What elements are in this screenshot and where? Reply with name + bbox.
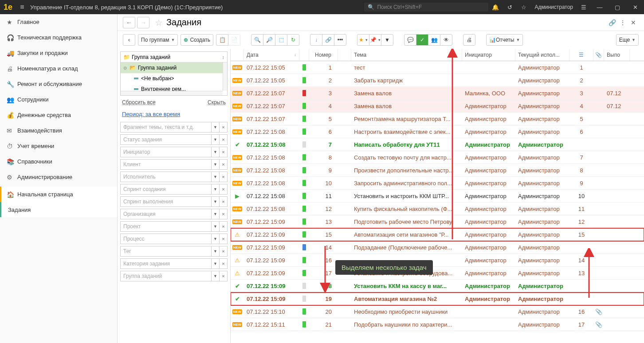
- priority-button[interactable]: ↓: [310, 34, 322, 46]
- filter-input[interactable]: Тег: [120, 246, 212, 257]
- th-clip[interactable]: 📎: [593, 49, 604, 61]
- link-icon[interactable]: 🔗: [607, 19, 617, 26]
- close-button[interactable]: ✕: [626, 4, 644, 11]
- global-search[interactable]: 🔍 Поиск Ctrl+Shift+F: [364, 3, 488, 12]
- table-row[interactable]: NEW 07.12.22 15:09 13 Подготовить рабоче…: [231, 215, 644, 228]
- sidebar-item[interactable]: ✉Взаимодействия: [0, 123, 117, 138]
- close-tab-icon[interactable]: ✕: [628, 19, 639, 26]
- sidebar-item[interactable]: 📚Справочники: [0, 154, 117, 169]
- clear-icon[interactable]: ×: [220, 246, 228, 257]
- maximize-button[interactable]: ▢: [609, 4, 626, 11]
- sidebar-item[interactable]: ⏱Учет времени: [0, 138, 117, 154]
- table-row[interactable]: NEW 07.12.22 15:07 4 Замена валов Админи…: [231, 100, 644, 113]
- filter-input[interactable]: Спринт выполнения: [120, 196, 212, 207]
- table-row[interactable]: NEW 07.12.22 15:08 6 Настроить взаимодей…: [231, 125, 644, 138]
- h-scrollbar[interactable]: [121, 91, 223, 95]
- chevron-down-icon[interactable]: ▼: [212, 122, 220, 133]
- filter-input[interactable]: Фрагмент темы, текста и т.д.: [120, 122, 212, 133]
- clear-icon[interactable]: ×: [220, 184, 228, 195]
- filter-input[interactable]: Спринт создания: [120, 184, 212, 195]
- chevron-down-icon[interactable]: ▼: [212, 134, 220, 145]
- sidebar-item[interactable]: ⚙Администрирование: [0, 169, 117, 185]
- chevron-down-icon[interactable]: ▼: [212, 258, 220, 269]
- chevron-down-icon[interactable]: ▼: [212, 172, 220, 182]
- group-tree[interactable]: 📁 Группа заданий ↕ ⊖ 📂 Группа заданий <Н…: [120, 51, 228, 96]
- comment-button[interactable]: 💬: [404, 34, 416, 46]
- filter-input[interactable]: Исполнитель: [120, 172, 212, 182]
- hamburger-icon[interactable]: ≡: [16, 3, 28, 11]
- flag-button[interactable]: ▼: [381, 34, 393, 46]
- th-theme[interactable]: Тема: [351, 49, 462, 61]
- create-button[interactable]: ⊕Создать: [181, 34, 213, 46]
- table-row[interactable]: NEW 07.12.22 15:10 20 Необходимо приобре…: [231, 305, 644, 318]
- tree-button[interactable]: ⬚: [275, 34, 287, 46]
- options-icon[interactable]: ⋮: [617, 19, 628, 26]
- filter-input[interactable]: Инициатор: [120, 147, 212, 157]
- chevron-down-icon[interactable]: ▼: [212, 271, 220, 281]
- hide-filters-link[interactable]: Скрыть: [208, 99, 226, 105]
- filter-input[interactable]: Процесс: [120, 234, 212, 244]
- th-initiator[interactable]: Инициатор: [462, 49, 515, 61]
- table-row[interactable]: ⚠ 07.12.22 15:09 15 Автоматизация сети м…: [231, 228, 644, 241]
- filter-input[interactable]: Категория задания: [120, 258, 212, 269]
- table-row[interactable]: NEW 07.12.22 15:09 14 Подзадание (Подклю…: [231, 241, 644, 254]
- reports-button[interactable]: 📊 Отчеты▼: [486, 34, 523, 46]
- copy-button[interactable]: 📋: [216, 34, 228, 46]
- pin-button[interactable]: 📌▾: [369, 34, 381, 46]
- more-button[interactable]: Еще▼: [616, 34, 639, 46]
- chevron-down-icon[interactable]: ▼: [212, 184, 220, 195]
- chevron-down-icon[interactable]: ▼: [212, 159, 220, 170]
- th-num[interactable]: Номер: [309, 49, 338, 61]
- search-button[interactable]: 🔍: [251, 34, 263, 46]
- chevron-down-icon[interactable]: ▼: [212, 209, 220, 219]
- delegate-button[interactable]: 👥: [428, 34, 440, 46]
- filter-input[interactable]: Клиент: [120, 159, 212, 170]
- sidebar-item[interactable]: 🖨Номенклатура и склад: [0, 61, 117, 76]
- table-row[interactable]: NEW 07.12.22 15:11 21 Подобрать наушники…: [231, 318, 644, 331]
- clear-icon[interactable]: ×: [220, 134, 228, 145]
- clear-icon[interactable]: ×: [220, 159, 228, 170]
- th-date[interactable]: Дата↓: [244, 49, 299, 61]
- print-button[interactable]: 🖨: [463, 34, 475, 46]
- th-status[interactable]: [299, 49, 309, 61]
- watch-button[interactable]: 👁: [440, 34, 452, 46]
- sidebar-item[interactable]: 💰Денежные средства: [0, 107, 117, 123]
- filter-input[interactable]: Проект: [120, 221, 212, 232]
- table-row[interactable]: ▶ 07.12.22 15:08 11 Установить и настрои…: [231, 190, 644, 203]
- clear-search-button[interactable]: 🔎: [263, 34, 275, 46]
- approve-button[interactable]: ✓: [416, 34, 428, 46]
- minimize-button[interactable]: —: [591, 4, 609, 11]
- table-row[interactable]: NEW 07.12.22 15:08 9 Произвести дополнит…: [231, 164, 644, 177]
- clear-icon[interactable]: ×: [220, 172, 228, 182]
- th-due[interactable]: Выпо: [604, 49, 630, 61]
- th-count[interactable]: ☰: [569, 49, 593, 61]
- reset-filters-link[interactable]: Сбросить все: [122, 99, 156, 105]
- forward-button[interactable]: →: [137, 17, 149, 28]
- clear-icon[interactable]: ×: [220, 258, 228, 269]
- refresh-button[interactable]: ↻: [287, 34, 299, 46]
- tree-root[interactable]: ⊖ 📂 Группа заданий: [121, 62, 227, 73]
- chevron-down-icon[interactable]: ▼: [212, 246, 220, 257]
- table-row[interactable]: NEW 07.12.22 15:07 3 Замена валов Малинк…: [231, 87, 644, 100]
- th-executor[interactable]: Текущий испол...: [515, 49, 569, 61]
- current-user[interactable]: Администратор: [531, 4, 577, 10]
- th-type[interactable]: [338, 49, 351, 61]
- th-icon[interactable]: [231, 49, 244, 61]
- v-scrollbar[interactable]: [223, 62, 227, 91]
- table-row[interactable]: ⚠ 07.12.22 15:09 16 Администратор Админи…: [231, 254, 644, 267]
- history-icon[interactable]: ↺: [503, 4, 517, 11]
- clear-icon[interactable]: ×: [220, 209, 228, 219]
- filter-input[interactable]: Организация: [120, 209, 212, 219]
- collapse-icon[interactable]: ⊖: [123, 66, 130, 70]
- filter-input[interactable]: Статус задания: [120, 134, 212, 145]
- table-row[interactable]: NEW 07.12.22 15:08 12 Купить фискальный …: [231, 203, 644, 215]
- open-tab[interactable]: Задания: [0, 202, 117, 217]
- clear-icon[interactable]: ×: [220, 147, 228, 157]
- bell-icon[interactable]: 🔔: [488, 4, 503, 11]
- open-tab[interactable]: 🏠Начальная страница: [0, 187, 117, 202]
- period-link[interactable]: Период: за все время: [122, 111, 180, 117]
- clear-icon[interactable]: ×: [220, 196, 228, 207]
- sidebar-item[interactable]: 🎧Техническая поддержка: [0, 30, 117, 45]
- fav-filter-button[interactable]: ★▾: [357, 34, 369, 46]
- clear-icon[interactable]: ×: [220, 234, 228, 244]
